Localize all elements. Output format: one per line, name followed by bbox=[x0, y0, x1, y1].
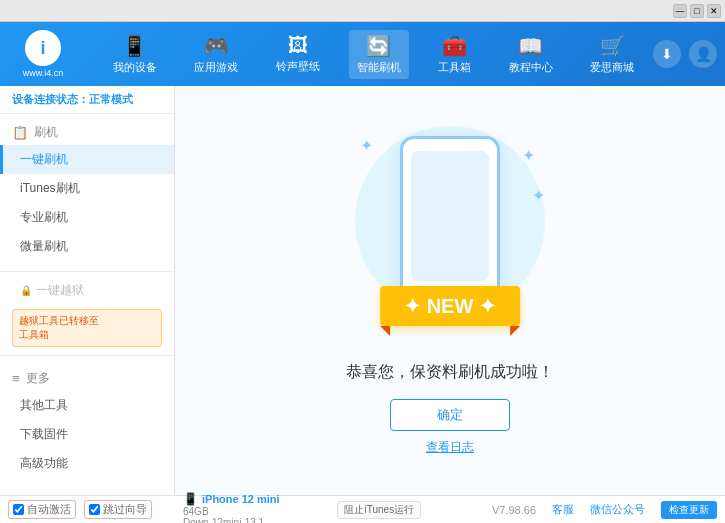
bottom-left: 自动激活 跳过向导 bbox=[8, 500, 183, 519]
nav-label-wallpaper: 铃声壁纸 bbox=[276, 59, 320, 74]
nav-item-toolbox[interactable]: 🧰工具箱 bbox=[430, 30, 479, 79]
flash-section: 📋 刷机 一键刷机 iTunes刷机 专业刷机 微量刷机 bbox=[0, 114, 174, 267]
sidebar-divider-1 bbox=[0, 271, 174, 272]
nav-icon-tutorial: 📖 bbox=[518, 34, 543, 58]
sidebar-item-advanced[interactable]: 高级功能 bbox=[0, 449, 174, 478]
skip-wizard-input[interactable] bbox=[89, 504, 100, 515]
success-text: 恭喜您，保资料刷机成功啦！ bbox=[346, 362, 554, 383]
update-button[interactable]: 检查更新 bbox=[661, 501, 717, 519]
more-section-header: ≡ 更多 bbox=[0, 366, 174, 391]
auto-activate-label: 自动激活 bbox=[27, 502, 71, 517]
nav-items: 📱我的设备🎮应用游戏🖼铃声壁纸🔄智能刷机🧰工具箱📖教程中心🛒爱思商城 bbox=[94, 30, 653, 79]
titlebar: — □ ✕ bbox=[0, 0, 725, 22]
nav-icon-store: 🛒 bbox=[600, 34, 625, 58]
logo-subtext: www.i4.cn bbox=[23, 68, 64, 78]
auto-activate-checkbox[interactable]: 自动激活 bbox=[8, 500, 76, 519]
maximize-button[interactable]: □ bbox=[690, 4, 704, 18]
sparkle-1: ✦ bbox=[360, 136, 373, 155]
nav-label-tutorial: 教程中心 bbox=[509, 60, 553, 75]
nav-label-my-device: 我的设备 bbox=[113, 60, 157, 75]
log-link[interactable]: 查看日志 bbox=[426, 439, 474, 456]
lock-icon: 🔒 bbox=[20, 285, 32, 296]
more-section-icon: ≡ bbox=[12, 371, 20, 386]
jailbreak-warning: 越狱工具已转移至 工具箱 bbox=[12, 309, 162, 347]
close-button[interactable]: ✕ bbox=[707, 4, 721, 18]
nav-item-tutorial[interactable]: 📖教程中心 bbox=[501, 30, 561, 79]
nav-icon-my-device: 📱 bbox=[122, 34, 147, 58]
sidebar-item-other-tools[interactable]: 其他工具 bbox=[0, 391, 174, 420]
device-storage: 64GB bbox=[183, 506, 337, 517]
sparkle-2: ✦ bbox=[522, 146, 535, 165]
more-section-label: 更多 bbox=[26, 370, 50, 387]
device-icon: 📱 bbox=[183, 492, 198, 506]
status-bar: 设备连接状态：正常模式 bbox=[0, 86, 174, 114]
logo-area: i www.i4.cn bbox=[8, 30, 78, 78]
confirm-button[interactable]: 确定 bbox=[390, 399, 510, 431]
bottom-bar: 自动激活 跳过向导 📱 iPhone 12 mini 64GB Down-12m… bbox=[0, 495, 725, 523]
flash-section-label: 刷机 bbox=[34, 124, 58, 141]
flash-section-header: 📋 刷机 bbox=[0, 120, 174, 145]
sidebar-item-download-fw[interactable]: 下载固件 bbox=[0, 420, 174, 449]
nav-label-apps: 应用游戏 bbox=[194, 60, 238, 75]
nav-label-smart-flash: 智能刷机 bbox=[357, 60, 401, 75]
sidebar-item-jailbreak-locked: 🔒 一键越狱 bbox=[0, 276, 174, 305]
nav-label-store: 爱思商城 bbox=[590, 60, 634, 75]
sidebar-item-one-key-flash[interactable]: 一键刷机 bbox=[0, 145, 174, 174]
nav-icon-wallpaper: 🖼 bbox=[288, 34, 308, 57]
device-info-area: 📱 iPhone 12 mini 64GB Down-12mini-13,1 bbox=[183, 492, 337, 524]
main-layout: 设备连接状态：正常模式 📋 刷机 一键刷机 iTunes刷机 专业刷机 微量刷机… bbox=[0, 86, 725, 495]
header-right: ⬇ 👤 bbox=[653, 40, 717, 68]
nav-item-wallpaper[interactable]: 🖼铃声壁纸 bbox=[268, 30, 328, 78]
sidebar: 设备连接状态：正常模式 📋 刷机 一键刷机 iTunes刷机 专业刷机 微量刷机… bbox=[0, 86, 175, 495]
success-illustration: ✦ NEW ✦ ✦ ✦ ✦ bbox=[350, 126, 550, 346]
skip-wizard-checkbox[interactable]: 跳过向导 bbox=[84, 500, 152, 519]
download-icon[interactable]: ⬇ bbox=[653, 40, 681, 68]
warning-line1: 越狱工具已转移至 bbox=[19, 314, 155, 328]
nav-icon-toolbox: 🧰 bbox=[442, 34, 467, 58]
nav-item-store[interactable]: 🛒爱思商城 bbox=[582, 30, 642, 79]
device-name: iPhone 12 mini bbox=[202, 493, 280, 505]
nav-item-smart-flash[interactable]: 🔄智能刷机 bbox=[349, 30, 409, 79]
phone-screen bbox=[411, 151, 489, 281]
content-area: ✦ NEW ✦ ✦ ✦ ✦ 恭喜您，保资料刷机成功啦！ 确定 查看日志 bbox=[175, 86, 725, 495]
auto-activate-input[interactable] bbox=[13, 504, 24, 515]
locked-label: 一键越狱 bbox=[36, 282, 84, 299]
flash-section-icon: 📋 bbox=[12, 125, 28, 140]
bottom-right: V7.98.66 客服 微信公众号 检查更新 bbox=[492, 501, 717, 519]
bottom-center: 阻止iTunes运行 bbox=[337, 501, 491, 519]
device-model: Down-12mini-13,1 bbox=[183, 517, 337, 524]
skip-wizard-label: 跳过向导 bbox=[103, 502, 147, 517]
sidebar-divider-2 bbox=[0, 355, 174, 356]
sparkle-3: ✦ bbox=[532, 186, 545, 205]
service-link[interactable]: 客服 bbox=[552, 502, 574, 517]
more-section: ≡ 更多 其他工具 下载固件 高级功能 bbox=[0, 360, 174, 484]
sidebar-item-pro-flash[interactable]: 专业刷机 bbox=[0, 203, 174, 232]
nav-item-apps[interactable]: 🎮应用游戏 bbox=[186, 30, 246, 79]
nav-item-my-device[interactable]: 📱我的设备 bbox=[105, 30, 165, 79]
status-label: 设备连接状态： bbox=[12, 93, 89, 105]
sidebar-item-itunes-flash[interactable]: iTunes刷机 bbox=[0, 174, 174, 203]
user-icon[interactable]: 👤 bbox=[689, 40, 717, 68]
version-text: V7.98.66 bbox=[492, 504, 536, 516]
logo-icon: i bbox=[25, 30, 61, 66]
minimize-button[interactable]: — bbox=[673, 4, 687, 18]
header: i www.i4.cn 📱我的设备🎮应用游戏🖼铃声壁纸🔄智能刷机🧰工具箱📖教程中… bbox=[0, 22, 725, 86]
nav-icon-smart-flash: 🔄 bbox=[366, 34, 391, 58]
warning-line2: 工具箱 bbox=[19, 328, 155, 342]
wechat-link[interactable]: 微信公众号 bbox=[590, 502, 645, 517]
new-ribbon-badge: ✦ NEW ✦ bbox=[380, 286, 520, 326]
status-value: 正常模式 bbox=[89, 93, 133, 105]
stop-itunes-button[interactable]: 阻止iTunes运行 bbox=[337, 501, 421, 519]
nav-icon-apps: 🎮 bbox=[204, 34, 229, 58]
nav-label-toolbox: 工具箱 bbox=[438, 60, 471, 75]
sidebar-item-save-flash[interactable]: 微量刷机 bbox=[0, 232, 174, 261]
